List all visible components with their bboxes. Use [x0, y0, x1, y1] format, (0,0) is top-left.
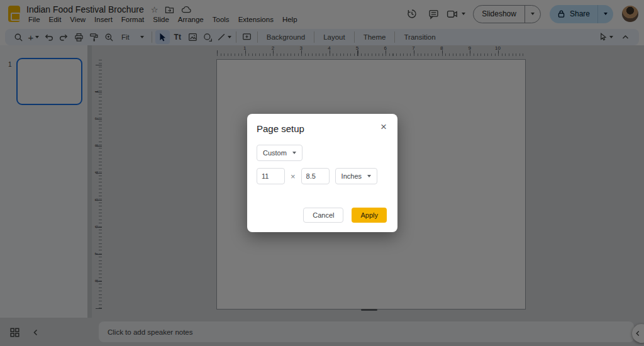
chevron-down-icon	[292, 152, 296, 154]
page-setup-dialog: Page setup × Custom × Inches Cancel Appl…	[247, 114, 397, 232]
page-width-input[interactable]	[257, 168, 285, 184]
units-value: Inches	[341, 172, 362, 180]
page-size-preset-dropdown[interactable]: Custom	[257, 145, 303, 161]
close-icon[interactable]: ×	[376, 120, 391, 135]
dialog-title: Page setup	[257, 123, 304, 134]
google-slides-window: Indian Food Festival Brochure ☆ File Edi…	[0, 0, 644, 346]
units-dropdown[interactable]: Inches	[335, 168, 377, 184]
chevron-down-icon	[367, 175, 371, 177]
times-symbol: ×	[291, 172, 296, 181]
cancel-button[interactable]: Cancel	[303, 208, 343, 223]
preset-value: Custom	[263, 149, 287, 157]
dialog-actions: Cancel Apply	[303, 208, 387, 223]
page-height-input[interactable]	[301, 168, 330, 184]
apply-button[interactable]: Apply	[352, 208, 387, 223]
custom-size-row: × Inches	[257, 168, 377, 184]
